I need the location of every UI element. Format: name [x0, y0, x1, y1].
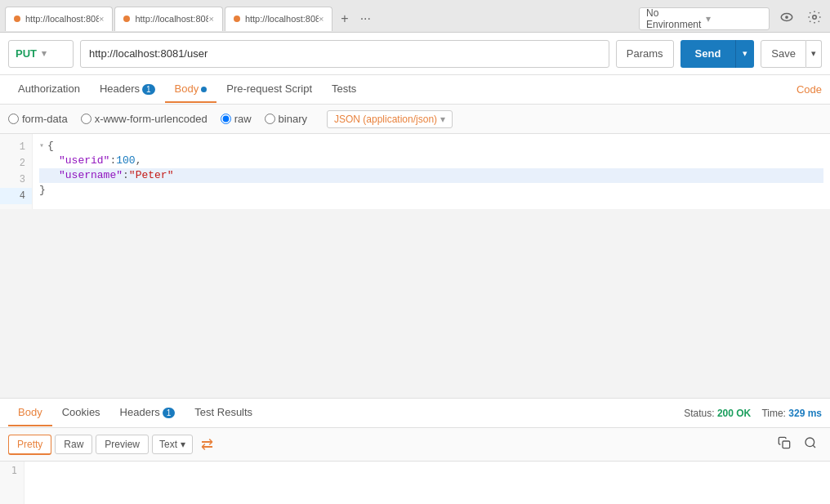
tab-close-2[interactable]: ×: [208, 14, 213, 24]
tab-dot-1: [14, 16, 20, 22]
env-label: No Environment: [646, 7, 703, 30]
response-content: 1: [0, 462, 830, 504]
time-value: 329 ms: [788, 408, 822, 419]
line-num-3: 3: [0, 172, 32, 188]
collapse-arrow-icon[interactable]: ▾: [39, 139, 44, 154]
svg-point-2: [813, 16, 817, 20]
tab-close-3[interactable]: ×: [319, 14, 324, 24]
code-editor-section: 1 2 3 4 ▾ { "userid" : 100 , "username" …: [0, 134, 830, 209]
tab-tests[interactable]: Tests: [322, 76, 366, 103]
tab-actions: + ···: [337, 10, 374, 28]
code-link[interactable]: Code: [797, 83, 822, 96]
preview-button[interactable]: Preview: [96, 435, 149, 454]
raw-radio[interactable]: [221, 114, 231, 124]
send-button[interactable]: Send: [681, 40, 736, 68]
params-button[interactable]: Params: [616, 40, 674, 68]
response-toolbar: Pretty Raw Preview Text ▾ ⇄: [0, 428, 830, 462]
browser-tab-1[interactable]: http://localhost:8081/ ×: [5, 7, 113, 31]
form-data-option[interactable]: form-data: [8, 113, 68, 125]
resp-tab-cookies[interactable]: Cookies: [52, 399, 110, 426]
tab-body[interactable]: Body: [165, 76, 217, 103]
url-input[interactable]: [80, 40, 609, 68]
new-tab-button[interactable]: +: [337, 10, 351, 28]
body-options: form-data x-www-form-urlencoded raw bina…: [0, 105, 830, 134]
save-group: Save ▾: [761, 40, 822, 68]
format-chevron-icon: ▾: [440, 114, 445, 125]
request-bar: PUT ▾ Params Send ▾ Save ▾: [0, 33, 830, 75]
search-response-button[interactable]: [799, 433, 822, 456]
resp-tab-body[interactable]: Body: [8, 399, 52, 426]
wrap-icon[interactable]: ⇄: [201, 435, 213, 453]
code-line-1: ▾ {: [39, 139, 823, 154]
send-group: Send ▾: [681, 40, 755, 68]
binary-option[interactable]: binary: [265, 113, 307, 125]
headers-badge: 1: [142, 84, 155, 95]
environment-selector[interactable]: No Environment ▾: [639, 7, 770, 30]
raw-option[interactable]: raw: [221, 113, 252, 125]
form-data-radio[interactable]: [8, 114, 19, 124]
tab-url-3: http://localhost:8081/: [245, 14, 319, 24]
text-format-dropdown[interactable]: Text ▾: [152, 435, 193, 454]
tab-url-1: http://localhost:8081/: [25, 14, 99, 24]
pretty-button[interactable]: Pretty: [8, 435, 51, 455]
tab-close-1[interactable]: ×: [99, 14, 104, 24]
tab-dot-3: [234, 16, 240, 22]
browser-tab-2[interactable]: http://localhost:8081/ ×: [114, 7, 222, 31]
binary-radio[interactable]: [265, 114, 275, 124]
settings-icon-button[interactable]: [804, 7, 825, 30]
resp-headers-badge: 1: [163, 408, 176, 418]
response-area: Body Cookies Headers1 Test Results Statu…: [0, 398, 830, 504]
save-button[interactable]: Save: [761, 40, 806, 68]
method-chevron-icon: ▾: [42, 48, 47, 59]
format-selector[interactable]: JSON (application/json) ▾: [327, 110, 453, 128]
line-num-1: 1: [0, 139, 32, 155]
tab-pre-request[interactable]: Pre-request Script: [216, 76, 322, 103]
tab-headers[interactable]: Headers1: [90, 76, 165, 103]
browser-tab-3[interactable]: http://localhost:8081/ ×: [225, 7, 332, 31]
eye-icon-button[interactable]: [776, 7, 797, 30]
code-line-4: }: [39, 183, 823, 198]
tab-url-2: http://localhost:8081/: [135, 14, 208, 24]
svg-point-1: [785, 16, 788, 19]
browser-tab-bar: http://localhost:8081/ × http://localhos…: [0, 0, 830, 33]
send-dropdown-button[interactable]: ▾: [735, 40, 754, 68]
line-numbers: 1 2 3 4: [0, 134, 33, 209]
urlencoded-option[interactable]: x-www-form-urlencoded: [81, 113, 208, 125]
response-body[interactable]: [25, 462, 830, 504]
raw-button[interactable]: Raw: [55, 435, 92, 454]
code-content[interactable]: ▾ { "userid" : 100 , "username" : "Peter…: [33, 134, 830, 209]
more-tabs-button[interactable]: ···: [357, 10, 374, 28]
method-selector[interactable]: PUT ▾: [8, 40, 74, 68]
line-num-2: 2: [0, 155, 32, 172]
response-tabs: Body Cookies Headers1 Test Results Statu…: [0, 399, 830, 428]
body-dot: [201, 87, 207, 92]
line-num-4: 4: [0, 188, 32, 204]
tab-authorization[interactable]: Authorization: [8, 76, 90, 103]
save-dropdown-button[interactable]: ▾: [806, 40, 822, 68]
text-format-chevron-icon: ▾: [181, 439, 185, 450]
urlencoded-radio[interactable]: [81, 114, 91, 124]
tab-dot-2: [123, 16, 130, 22]
env-chevron-icon: ▾: [706, 13, 762, 25]
resp-tab-test-results[interactable]: Test Results: [185, 399, 262, 426]
svg-point-4: [805, 438, 814, 447]
method-label: PUT: [16, 47, 37, 60]
request-tabs: Authorization Headers1 Body Pre-request …: [0, 75, 830, 105]
svg-rect-3: [783, 441, 790, 448]
code-line-2: "userid" : 100 ,: [39, 154, 823, 168]
status-info: Status: 200 OK Time: 329 ms: [684, 408, 822, 419]
editor-area: 1 2 3 4 ▾ { "userid" : 100 , "username" …: [0, 134, 830, 209]
code-line-3: "username" : "Peter": [39, 168, 823, 183]
status-value: 200 OK: [717, 408, 751, 419]
copy-response-button[interactable]: [773, 433, 796, 456]
resp-line-num-1: 1: [0, 462, 25, 504]
resp-tab-headers[interactable]: Headers1: [110, 399, 185, 426]
env-bar: No Environment ▾: [639, 7, 825, 30]
